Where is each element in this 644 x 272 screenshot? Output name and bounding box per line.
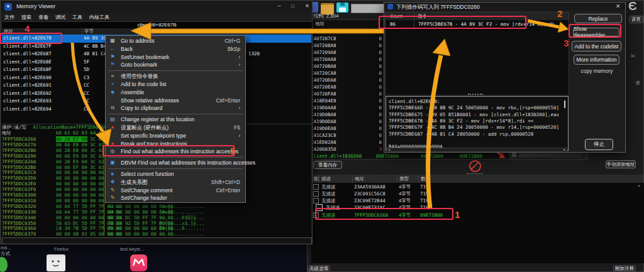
menu-item[interactable]: ■Select current function: [106, 170, 245, 178]
desktop-icon-label[interactable]: m6...: [1, 245, 11, 251]
memory-viewer-icon: [4, 3, 12, 11]
stop-button[interactable]: 停止: [585, 139, 613, 150]
menubar-item-2[interactable]: 查看: [38, 14, 48, 21]
menubar-item-0[interactable]: 文件: [4, 14, 14, 21]
hex-address: 7FFF5DDC0300: [2, 192, 36, 198]
info-line: 7FFF5CDBE687 - 48 81 C4 28050000 - add r…: [389, 131, 533, 137]
hex-row[interactable]: 7FFF5DDC037000 00 08 01 05 00 04 0000 00…: [2, 231, 310, 237]
fox-app-icon[interactable]: [130, 254, 147, 271]
menubar-item-3[interactable]: 调试: [55, 14, 65, 21]
hex-row[interactable]: 7FFF5DDC035050 03 DC 5D FF 7F 00 0078 24…: [2, 220, 310, 226]
menu-item[interactable]: Show relative addressesCtrl+Enter: [106, 97, 245, 105]
find-access-icon: ◎: [108, 148, 118, 156]
disasm-comment: 1320: [248, 51, 260, 57]
show-disassembler-button[interactable]: Show disassembler: [573, 28, 619, 36]
disasm-column-header-0: 地址: [4, 28, 13, 35]
leaf-icon[interactable]: [0, 257, 8, 272]
disasm-address: client.dll+82E694: [3, 106, 52, 112]
menu-item[interactable]: ←BackBkSp: [106, 45, 245, 53]
menubar-item-1[interactable]: 搜索: [21, 14, 31, 21]
submenu-arrow-icon: ›: [238, 61, 240, 69]
menu-item[interactable]: ▤Change register at this location: [106, 116, 245, 124]
menu-item[interactable]: ●设置断点 (硬件断点)F5: [106, 124, 245, 132]
add-code-icon: +: [108, 80, 118, 89]
nop-replace-icon: ⌀: [108, 72, 118, 80]
hex-address: 7FFF5DDC0280: [2, 148, 36, 153]
close-icon[interactable]: ✕: [305, 3, 309, 9]
menu-item-label: Go to address: [121, 37, 154, 45]
writer-row[interactable]: 86 7FFF5CDBE67B - 4A 89 3C F2 - mov [rdx…: [386, 20, 569, 28]
column-divider: [147, 28, 148, 35]
maximize-icon[interactable]: □: [291, 3, 294, 9]
hex-row[interactable]: 7FFF5DDC032060 A4 77 5D FF 7F 00 0004 00…: [2, 204, 310, 209]
close-icon[interactable]: ✕: [616, 3, 621, 9]
view-memory-button[interactable]: 查看内存: [313, 161, 342, 169]
hex-address: 7FFF5DDC02F0: [2, 187, 36, 192]
disasm-bytes: C3: [84, 75, 89, 80]
disasm-address: client.dll+82E687: [3, 51, 52, 57]
menu-item-label: Copy to clipboard: [121, 104, 162, 112]
hex-row[interactable]: 7FFF5DDC0360C8 39 7B 5D FF 7F 00 00F0 05…: [2, 226, 310, 231]
more-information-button[interactable]: More information: [574, 55, 619, 65]
disasm-address: client.dll+82E67B: [3, 35, 52, 41]
count-column-header[interactable]: Count: [390, 13, 402, 19]
add-to-codelist-button[interactable]: Add to the codelist: [572, 41, 621, 52]
header-edit-icon: ✎: [108, 194, 118, 202]
scroll-right-icon[interactable]: ►: [563, 148, 566, 151]
replace-button[interactable]: Replace: [574, 14, 622, 23]
hex-address: 7FFF5DDC02D0: [2, 175, 36, 181]
menu-item[interactable]: +Add to the code list: [106, 80, 245, 89]
popup-titlebar[interactable]: 下列操作码写入到 7FFF5DDC0260 ✕: [384, 3, 625, 11]
extra-info-panel: client.dll+82E67B:7FFF5CDBE66D - 48 8B 9…: [386, 96, 569, 151]
menu-item[interactable]: ✎Set/Change header: [106, 194, 245, 202]
comment-icon: ✎: [108, 187, 118, 195]
menubar-item-4[interactable]: 工具: [72, 14, 82, 21]
menu-separator: [108, 157, 243, 158]
writer-list[interactable]: Count 指令 86 7FFF5CDBE67B - 4A 89 3C F2 -…: [385, 12, 569, 95]
trace-breakpoint-icon: ●: [108, 140, 118, 148]
desktop-icon-label[interactable]: test.keyst...: [120, 246, 144, 252]
desktop-icon-label[interactable]: 方式: [1, 251, 10, 257]
minimize-icon[interactable]: ─: [277, 3, 281, 9]
column-divider: [247, 28, 247, 35]
hex-address: 7FFF5DDC0350: [2, 220, 36, 226]
instruction-column-header[interactable]: 指令: [418, 13, 427, 19]
hex-ascii: È9{]ÿ...ð.......: [159, 226, 204, 231]
menu-item[interactable]: ❖生成关系图Shift+Ctrl+D: [106, 178, 245, 187]
write-monitor-window: 下列操作码写入到 7FFF5DDC0260 ✕ Count 指令 86 7FFF…: [384, 2, 626, 153]
memory-viewer-titlebar[interactable]: Memory Viewer ─□✕: [1, 1, 312, 13]
menu-item[interactable]: ◎Find out what addresses this instructio…: [106, 148, 245, 156]
writer-instruction: 7FFF5CDBE67B - 4A 89 3C F2 - mov [rdx+r1…: [418, 21, 555, 27]
disasm-column-header-2: 操作码: [150, 28, 164, 35]
menu-item[interactable]: ⚑Set/Unset bookmark›: [106, 53, 245, 62]
info-hscrollbar[interactable]: ◄ ►: [386, 148, 567, 152]
hex-address: 7FFF5DDC0290: [2, 153, 36, 159]
menu-item[interactable]: Set specific breakpoint type›: [106, 132, 245, 140]
menu-item[interactable]: ⚑Goto bookmark›: [106, 61, 245, 69]
submenu-arrow-icon: ›: [238, 132, 240, 140]
menu-item[interactable]: ▣DBVM Find out what addresses this instr…: [106, 159, 245, 167]
menu-shortcut: F5: [234, 124, 240, 132]
menu-item[interactable]: ⌀使用空指令替换: [106, 72, 245, 80]
hex-highlighted-bytes[interactable]: 00 28 E7 09: [56, 136, 87, 142]
menu-item[interactable]: ◈Assemble: [106, 89, 245, 97]
scroll-left-icon[interactable]: ◄: [387, 148, 391, 151]
menu-item[interactable]: ▦Go to addressCtrl+G: [106, 37, 245, 45]
notepad-icon[interactable]: [47, 254, 65, 271]
hex-row[interactable]: 7FFF5DDC034000 00 00 00 00 00 00 0080 24…: [2, 215, 310, 220]
menu-item-label: Add to the code list: [121, 80, 166, 89]
disasm-address: client.dll+82E693: [3, 98, 52, 104]
hex-row[interactable]: 7FFF5DDC033060 A4 77 5D FF 7F 00 0004 00…: [2, 209, 310, 215]
desktop-icon-label[interactable]: Firefox: [54, 246, 69, 252]
menu-item-label: Goto bookmark: [121, 61, 157, 69]
menubar-item-5[interactable]: 内核工具: [89, 14, 109, 21]
menu-item[interactable]: ●Break and trace instructions: [106, 140, 245, 148]
menu-item[interactable]: ⧉Copy to clipboard›: [106, 104, 245, 112]
menu-item[interactable]: ✎Set/Change commentCtrl+Enter: [106, 187, 245, 195]
menu-shortcut: BkSp: [228, 45, 240, 53]
menu-item-label: Assemble: [121, 89, 144, 97]
menu-item-label: Set/Change header: [121, 194, 167, 202]
disasm-bytes: 5F: [84, 59, 89, 65]
copy-memory-label[interactable]: copy memory: [572, 68, 622, 74]
disasm-bytes: 4A 89 3C: [84, 35, 106, 41]
